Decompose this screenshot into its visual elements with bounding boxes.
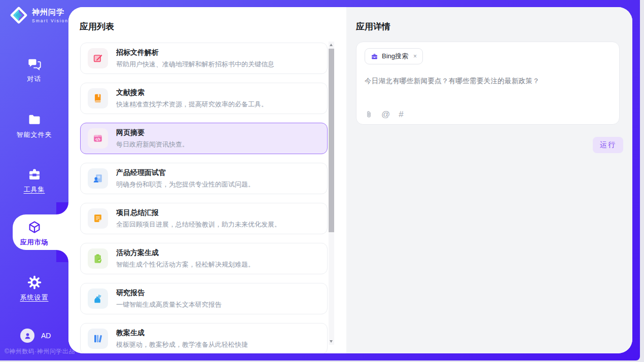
app-description: 一键智能生成高质量长文本研究报告	[116, 300, 222, 309]
chip-remove-icon[interactable]: ×	[413, 53, 417, 60]
brand-name: 神州问学	[32, 8, 68, 17]
sticky-note-icon	[88, 208, 108, 229]
sidebar-item-label: 系统设置	[0, 293, 68, 302]
brand-subtitle: Smart Vision	[32, 18, 68, 23]
scrollbar-thumb[interactable]	[329, 49, 334, 232]
app-name: 招标文件解析	[116, 48, 274, 57]
cube-icon	[27, 220, 42, 234]
app-detail-panel: 应用详情 Bing搜索 × 今日湖北有哪些新闻要点？有哪些需要关注的最新政策？ …	[346, 7, 632, 353]
app-description: 帮助用户快速、准确地理解和解析招标书中的关键信息	[116, 60, 274, 69]
brand-logo: 神州问学 Smart Vision	[9, 6, 68, 25]
app-card-list: 招标文件解析 帮助用户快速、准确地理解和解析招标书中的关键信息 文献搜索 快速精…	[80, 43, 328, 353]
app-card-literature-search[interactable]: 文献搜索 快速精准查找学术资源，提高研究效率的必备工具。	[80, 83, 328, 114]
sidebar-item-app-market[interactable]: 应用市场	[0, 220, 68, 247]
app-description: 全面回顾项目进展，总结经验教训，助力未来优化发展。	[116, 220, 281, 229]
avatar	[20, 329, 34, 343]
copyright-text: ©神州数码·神州问学出品	[5, 347, 75, 356]
app-name: 教案生成	[116, 329, 248, 338]
sidebar-item-smart-folders[interactable]: 智能文件夹	[0, 113, 68, 139]
app-list-scrollbar[interactable]	[329, 42, 334, 345]
sidebar-item-label: 工具集	[0, 185, 68, 194]
main-content: 应用列表 招标文件解析 帮助用户快速、准确地理解和解析招标书中的关键信息	[68, 7, 632, 353]
gear-icon	[27, 275, 42, 289]
sidebar-item-label: 对话	[0, 75, 68, 84]
app-name: 文献搜索	[116, 88, 268, 97]
run-button[interactable]: 运行	[593, 137, 623, 153]
app-detail-title: 应用详情	[356, 21, 390, 32]
diamond-logo-icon	[9, 6, 28, 25]
tool-chip-label: Bing搜索	[382, 52, 408, 61]
chat-icon	[27, 57, 42, 71]
sidebar-item-toolset[interactable]: 工具集	[0, 167, 68, 194]
app-list-panel: 应用列表 招标文件解析 帮助用户快速、准确地理解和解析招标书中的关键信息	[68, 7, 346, 353]
active-nav-curve-top	[56, 202, 68, 214]
sidebar-item-label: 应用市场	[0, 238, 68, 247]
sidebar: 神州问学 Smart Vision 对话 智能文件夹 工具集 应用市场	[0, 0, 68, 360]
app-description: 模板驱动，教案秒成，教学准备从此轻松快捷	[116, 340, 248, 349]
app-list-title: 应用列表	[80, 21, 114, 32]
pen-square-icon	[88, 48, 108, 68]
app-description: 智能生成个性化活动方案，轻松解决规划难题。	[116, 260, 255, 269]
app-description: 每日政府新闻资讯快查。	[116, 140, 189, 149]
scrollbar-up-arrow[interactable]	[329, 42, 334, 48]
tool-chip-bing-search[interactable]: Bing搜索 ×	[365, 48, 423, 64]
app-name: 产品经理面试官	[116, 168, 255, 177]
active-nav-curve-bottom	[56, 250, 68, 262]
scrollbar-down-arrow[interactable]	[329, 338, 334, 345]
user-account[interactable]: AD	[20, 329, 51, 343]
user-initials: AD	[41, 332, 51, 340]
books-icon	[88, 329, 108, 349]
browser-code-icon	[88, 128, 108, 149]
mention-icon[interactable]: @	[381, 110, 390, 119]
app-card-webpage-summary[interactable]: 网页摘要 每日政府新闻资讯快查。	[80, 123, 328, 154]
sidebar-item-label: 智能文件夹	[0, 130, 68, 139]
app-name: 研究报告	[116, 288, 222, 298]
app-card-pm-interviewer[interactable]: 产品经理面试官 明确身份和职责，为您提供专业性的面试问题。	[80, 163, 328, 194]
app-description: 明确身份和职责，为您提供专业性的面试问题。	[116, 180, 255, 189]
app-card-event-plan-generator[interactable]: 活动方案生成 智能生成个性化活动方案，轻松解决规划难题。	[80, 243, 328, 274]
app-card-lesson-plan-generator[interactable]: 教案生成 模板驱动，教案秒成，教学准备从此轻松快捷	[80, 323, 328, 353]
prompt-input-card[interactable]: Bing搜索 × 今日湖北有哪些新闻要点？有哪些需要关注的最新政策？ @ #	[356, 42, 620, 125]
app-card-project-summary[interactable]: 项目总结汇报 全面回顾项目进展，总结经验教训，助力未来优化发展。	[80, 203, 328, 234]
folder-icon	[27, 113, 42, 127]
prompt-text[interactable]: 今日湖北有哪些新闻要点？有哪些需要关注的最新政策？	[365, 77, 611, 86]
app-card-research-report[interactable]: 研究报告 一键智能生成高质量长文本研究报告	[80, 283, 328, 314]
briefcase-icon	[371, 53, 378, 60]
user-icon	[24, 332, 31, 340]
app-name: 网页摘要	[116, 128, 189, 137]
hashtag-icon[interactable]: #	[399, 110, 403, 119]
app-name: 项目总结汇报	[116, 208, 281, 218]
clipboard-check-icon	[88, 248, 108, 269]
app-name: 活动方案生成	[116, 248, 255, 258]
book-icon	[88, 88, 108, 108]
ink-bottle-icon	[88, 288, 108, 309]
sidebar-item-chat[interactable]: 对话	[0, 57, 68, 84]
interview-doc-icon	[88, 168, 108, 189]
sidebar-item-system-settings[interactable]: 系统设置	[0, 275, 68, 302]
app-card-bid-document-parsing[interactable]: 招标文件解析 帮助用户快速、准确地理解和解析招标书中的关键信息	[80, 43, 328, 74]
toolbox-icon	[27, 167, 42, 182]
attachment-toolbar: @ #	[365, 110, 404, 119]
app-description: 快速精准查找学术资源，提高研究效率的必备工具。	[116, 100, 268, 109]
paperclip-icon[interactable]	[365, 110, 373, 119]
